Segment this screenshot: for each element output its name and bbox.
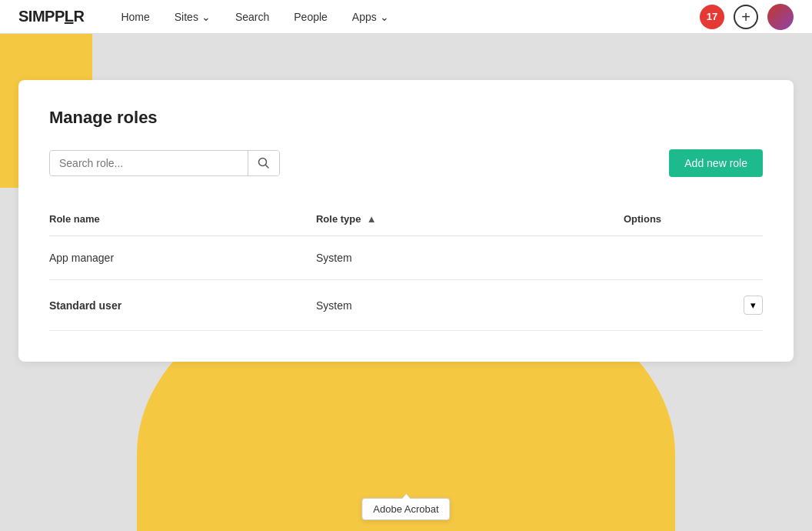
nav-links: Home Sites ⌄ Search People Apps ⌄ bbox=[121, 11, 700, 23]
role-name-cell: App manager bbox=[49, 236, 316, 280]
adobe-acrobat-tooltip: Adobe Acrobat bbox=[361, 498, 450, 520]
role-type-cell: System bbox=[316, 236, 624, 280]
roles-table: Role name Role type ▲ Options App manage… bbox=[49, 202, 763, 331]
row-options-dropdown[interactable]: ▾ bbox=[744, 296, 763, 315]
manage-roles-card: Manage roles Add new role Role name bbox=[18, 80, 794, 362]
brand-logo[interactable]: SIMPPLR bbox=[18, 8, 84, 25]
col-header-options: Options bbox=[624, 202, 763, 236]
sort-role-type-icon[interactable]: ▲ bbox=[364, 211, 379, 226]
background-area: Manage roles Add new role Role name bbox=[0, 34, 812, 531]
options-cell bbox=[624, 236, 763, 280]
search-button[interactable] bbox=[248, 151, 279, 175]
svg-line-1 bbox=[266, 165, 269, 169]
col-header-role-name: Role name bbox=[49, 202, 316, 236]
table-row: Standard user System ▾ bbox=[49, 280, 763, 331]
notification-badge[interactable]: 17 bbox=[700, 5, 724, 29]
search-role-input[interactable] bbox=[50, 151, 248, 175]
avatar[interactable] bbox=[767, 4, 794, 30]
nav-sites[interactable]: Sites ⌄ bbox=[175, 11, 211, 23]
chevron-down-icon: ⌄ bbox=[201, 11, 211, 23]
page-title: Manage roles bbox=[49, 108, 763, 128]
navbar: SIMPPLR Home Sites ⌄ Search People Apps … bbox=[0, 0, 812, 34]
nav-people[interactable]: People bbox=[294, 11, 328, 23]
options-cell: ▾ bbox=[624, 280, 763, 331]
role-type-cell: System bbox=[316, 280, 624, 331]
add-button[interactable]: + bbox=[734, 5, 758, 29]
nav-actions: 17 + bbox=[700, 4, 794, 30]
table-row: App manager System bbox=[49, 236, 763, 280]
role-name-cell: Standard user bbox=[49, 280, 316, 331]
col-header-role-type: Role type ▲ bbox=[316, 202, 624, 236]
nav-apps[interactable]: Apps ⌄ bbox=[352, 11, 389, 23]
chevron-down-icon: ⌄ bbox=[380, 11, 389, 23]
search-box bbox=[49, 150, 280, 176]
nav-search[interactable]: Search bbox=[235, 11, 269, 23]
add-new-role-button[interactable]: Add new role bbox=[669, 149, 763, 177]
search-icon bbox=[258, 157, 270, 169]
nav-home[interactable]: Home bbox=[121, 11, 149, 23]
chevron-down-icon: ▾ bbox=[750, 299, 756, 311]
card-toolbar: Add new role bbox=[49, 149, 763, 177]
